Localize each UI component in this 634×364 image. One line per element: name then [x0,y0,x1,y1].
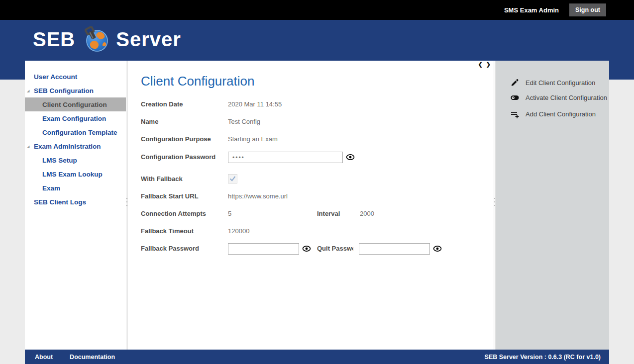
activate-client-configuration-action[interactable]: Activate Client Configuration [511,93,607,102]
sign-out-button[interactable]: Sign out [569,3,606,16]
brand-server-text: Server [116,28,181,51]
actions-panel: Edit Client Configuration Activate Clien… [496,61,609,350]
sidebar-item-seb-client-logs[interactable]: SEB Client Logs [25,195,126,209]
sidebar-item-user-account[interactable]: User Account [25,70,126,84]
globe-lock-logo-icon [83,26,109,52]
documentation-link[interactable]: Documentation [70,354,115,361]
configuration-purpose-label: Configuration Purpose [141,135,211,143]
connection-attempts-label: Connection Attempts [141,210,206,218]
add-client-configuration-action[interactable]: Add Client Configuration [511,110,596,118]
fallback-timeout-label: Fallback Timeout [141,227,194,235]
creation-date-value: 2020 Mar 11 14:55 [228,100,282,108]
fallback-start-url-value: https://www.some.url [228,192,288,200]
interval-label: Interval [317,210,340,218]
sidebar-item-client-configuration[interactable]: Client Configuration [25,97,126,111]
edit-client-configuration-action[interactable]: Edit Client Configuration [511,79,595,87]
page-title: Client Configuration [141,74,254,89]
expand-triangle-icon[interactable]: ◢ [27,89,29,93]
sidebar-item-configuration-template[interactable]: Configuration Template [25,125,126,139]
topbar: SMS Exam Admin Sign out [0,0,634,20]
sidebar-item-exam-administration[interactable]: ◢ Exam Administration [25,139,126,153]
name-value: Test Config [228,118,260,126]
splitter-grip-icon[interactable] [494,198,495,208]
fallback-password-label: Fallback Password [141,245,199,253]
sidebar: User Account ◢ SEB Configuration Client … [25,61,126,350]
show-fallback-password-eye-icon[interactable] [302,245,311,252]
brand-seb-text: SEB [33,28,75,51]
creation-date-label: Creation Date [141,100,183,108]
with-fallback-label: With Fallback [141,175,183,183]
show-quit-password-eye-icon[interactable] [433,245,442,252]
fallback-start-url-label: Fallback Start URL [141,192,199,200]
main-content: ❮ ❯ Client Configuration Creation Date 2… [128,61,494,350]
pencil-icon [511,79,519,87]
show-password-eye-icon[interactable] [346,154,355,161]
about-link[interactable]: About [35,354,53,361]
forward-arrow-icon[interactable]: ❯ [486,61,491,68]
configuration-password-label: Configuration Password [141,153,215,161]
footer: About Documentation SEB Server Version :… [25,350,609,364]
sidebar-item-seb-configuration[interactable]: ◢ SEB Configuration [25,84,126,97]
sidebar-nav: User Account ◢ SEB Configuration Client … [25,70,126,209]
logged-in-user: SMS Exam Admin [504,6,559,14]
toggle-icon [511,93,519,102]
configuration-password-input[interactable] [228,152,343,163]
sidebar-item-lms-setup[interactable]: LMS Setup [25,153,126,167]
sidebar-item-lms-exam-lookup[interactable]: LMS Exam Lookup [25,167,126,181]
configuration-purpose-value: Starting an Exam [228,135,278,143]
history-nav: ❮ ❯ [478,61,491,68]
sidebar-item-exam[interactable]: Exam [25,181,126,195]
brand: SEB Server [33,26,181,52]
quit-password-input[interactable] [359,243,430,255]
interval-value: 2000 [360,210,374,218]
server-version-text: SEB Server Version : 0.6.3 (RC for v1.0) [485,354,601,361]
connection-attempts-value: 5 [228,210,231,218]
back-arrow-icon[interactable]: ❮ [478,61,483,68]
name-label: Name [141,118,158,126]
add-list-icon [511,110,519,118]
checkmark-icon [228,175,237,183]
fallback-password-input[interactable] [228,243,299,255]
quit-password-label: Quit Password [317,245,353,253]
with-fallback-checkbox[interactable] [228,174,237,183]
expand-triangle-icon[interactable]: ◢ [27,145,29,149]
sidebar-item-exam-configuration[interactable]: Exam Configuration [25,111,126,125]
fallback-timeout-value: 120000 [228,227,249,235]
splitter-grip-icon[interactable] [126,198,127,208]
